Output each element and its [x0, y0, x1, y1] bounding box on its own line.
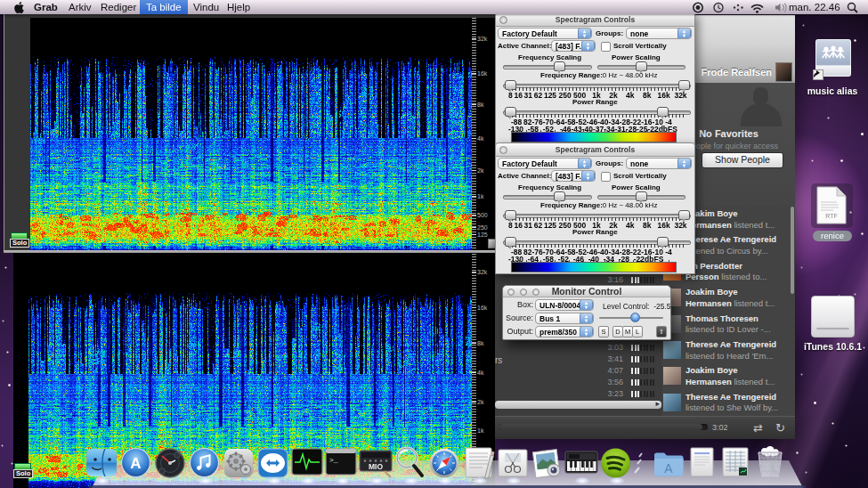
svg-text:A: A	[130, 455, 141, 472]
svg-text:A: A	[664, 461, 673, 476]
svg-text:>_: >_	[329, 456, 338, 464]
svg-text:MIO: MIO	[369, 462, 383, 471]
svg-text:RTF: RTF	[825, 213, 837, 219]
